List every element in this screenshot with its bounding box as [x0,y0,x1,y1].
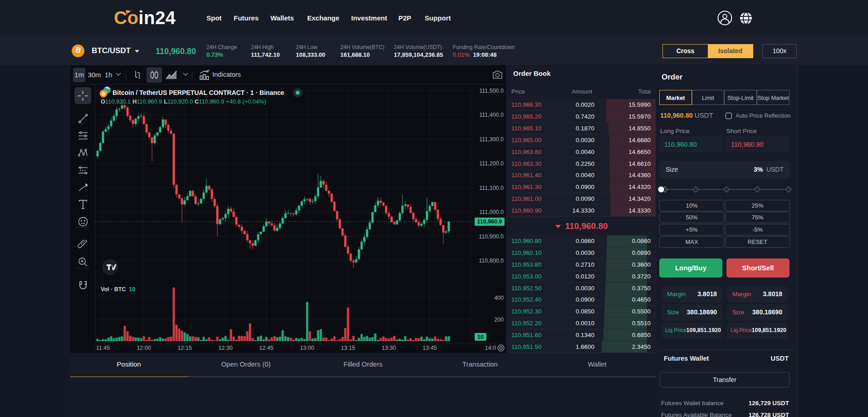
svg-text:11:45: 11:45 [96,345,110,351]
svg-text:111,400.0: 111,400.0 [479,112,504,118]
svg-text:13:45: 13:45 [422,345,436,351]
svg-text:110,900.0: 110,900.0 [479,233,504,240]
svg-text:200: 200 [494,317,504,323]
svg-text:12:15: 12:15 [177,345,191,351]
svg-text:110,800.0: 110,800.0 [479,258,504,264]
svg-text:111,200.0: 111,200.0 [479,160,504,167]
svg-text:12:00: 12:00 [137,345,151,351]
svg-text:O110,920.1H110,960.9L110,920.0: O110,920.1H110,960.9L110,920.0C110,960.9… [101,98,266,105]
svg-text:13:00: 13:00 [300,345,314,351]
svg-text:Bitcoin / TetherUS PERPETUAL C: Bitcoin / TetherUS PERPETUAL CONTRACT · … [113,89,284,96]
svg-text:12:30: 12:30 [218,345,232,351]
svg-text:13:30: 13:30 [382,345,396,351]
svg-text:10: 10 [477,334,484,340]
svg-text:Vol · BTC10: Vol · BTC10 [101,286,135,293]
svg-text:14:0: 14:0 [485,345,496,351]
svg-text:13:15: 13:15 [341,345,355,351]
svg-text:111,500.0: 111,500.0 [479,88,504,94]
svg-text:400: 400 [494,295,504,301]
svg-text:12:45: 12:45 [259,345,273,351]
svg-text:110,960.9: 110,960.9 [477,218,502,225]
svg-text:111,100.0: 111,100.0 [479,185,504,191]
svg-text:111,300.0: 111,300.0 [479,136,504,143]
svg-text:111,000.0: 111,000.0 [479,209,504,215]
